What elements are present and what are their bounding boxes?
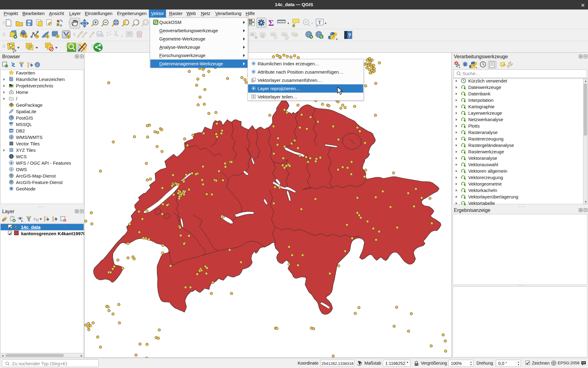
svg-text:1:1: 1:1 [144, 21, 148, 24]
svg-text:R: R [464, 62, 467, 67]
svg-text:?: ? [348, 33, 351, 38]
svg-text:i: i [37, 63, 38, 67]
svg-text:ab: ab [251, 33, 254, 36]
svg-text:abc: abc [271, 33, 276, 36]
svg-text:DB2: DB2 [10, 130, 14, 132]
svg-text:ε: ε [34, 216, 36, 221]
svg-text:a: a [60, 23, 62, 27]
svg-text:T: T [318, 20, 321, 25]
svg-text:abc: abc [261, 33, 265, 36]
svg-text:W: W [10, 162, 13, 164]
svg-text:Σ: Σ [268, 18, 274, 28]
